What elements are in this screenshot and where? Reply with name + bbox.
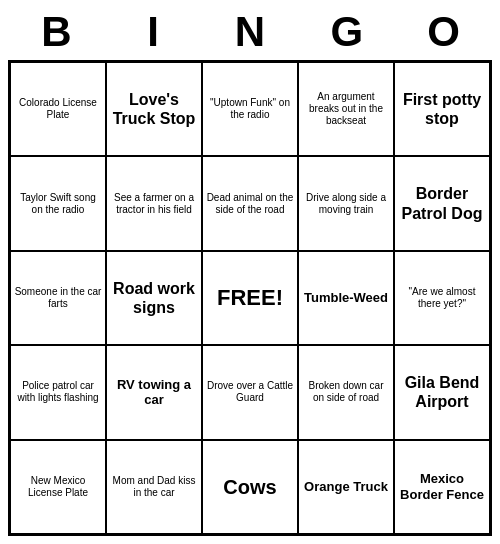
cell-11[interactable]: Road work signs [106,251,202,345]
cell-10[interactable]: Someone in the car farts [10,251,106,345]
cell-15[interactable]: Police patrol car with lights flashing [10,345,106,439]
cell-18[interactable]: Broken down car on side of road [298,345,394,439]
cell-24[interactable]: Mexico Border Fence [394,440,490,534]
cell-3[interactable]: An argument breaks out in the backseat [298,62,394,156]
cell-13[interactable]: Tumble-Weed [298,251,394,345]
cell-4[interactable]: First potty stop [394,62,490,156]
cell-6[interactable]: See a farmer on a tractor in his field [106,156,202,250]
cell-16[interactable]: RV towing a car [106,345,202,439]
cell-8[interactable]: Drive along side a moving train [298,156,394,250]
bingo-header: B I N G O [8,8,492,56]
letter-b: B [11,8,101,56]
letter-o: O [399,8,489,56]
cell-12-free[interactable]: FREE! [202,251,298,345]
cell-7[interactable]: Dead animal on the side of the road [202,156,298,250]
letter-n: N [205,8,295,56]
cell-22[interactable]: Cows [202,440,298,534]
cell-0[interactable]: Colorado License Plate [10,62,106,156]
cell-21[interactable]: Mom and Dad kiss in the car [106,440,202,534]
cell-1[interactable]: Love's Truck Stop [106,62,202,156]
bingo-grid: Colorado License Plate Love's Truck Stop… [8,60,492,536]
cell-14[interactable]: "Are we almost there yet?" [394,251,490,345]
cell-23[interactable]: Orange Truck [298,440,394,534]
cell-2[interactable]: "Uptown Funk" on the radio [202,62,298,156]
cell-17[interactable]: Drove over a Cattle Guard [202,345,298,439]
cell-5[interactable]: Taylor Swift song on the radio [10,156,106,250]
cell-9[interactable]: Border Patrol Dog [394,156,490,250]
cell-20[interactable]: New Mexico License Plate [10,440,106,534]
letter-i: I [108,8,198,56]
letter-g: G [302,8,392,56]
cell-19[interactable]: Gila Bend Airport [394,345,490,439]
